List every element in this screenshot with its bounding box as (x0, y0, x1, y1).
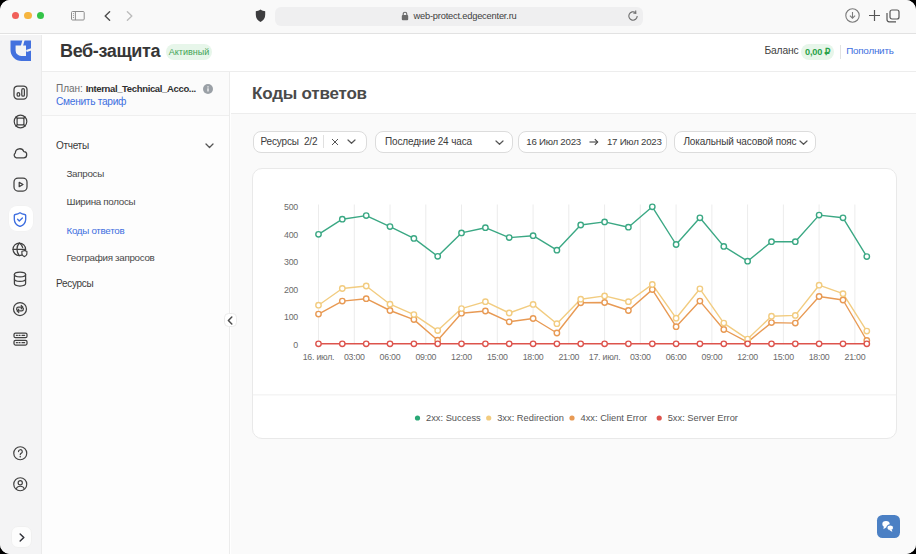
svg-text:16. июл.: 16. июл. (303, 351, 335, 361)
svg-text:5xx: Server Error: 5xx: Server Error (668, 413, 738, 423)
svg-text:06:00: 06:00 (380, 351, 401, 361)
svg-text:2xx: Success: 2xx: Success (426, 413, 481, 423)
svg-text:09:00: 09:00 (702, 351, 723, 361)
svg-text:18:00: 18:00 (523, 351, 544, 361)
svg-text:21:00: 21:00 (558, 351, 579, 361)
svg-text:06:00: 06:00 (666, 351, 687, 361)
svg-text:17. июл.: 17. июл. (589, 351, 621, 361)
svg-text:03:00: 03:00 (344, 351, 365, 361)
svg-text:15:00: 15:00 (487, 351, 508, 361)
svg-text:15:00: 15:00 (773, 351, 794, 361)
svg-text:200: 200 (284, 284, 298, 294)
svg-text:12:00: 12:00 (737, 351, 758, 361)
svg-text:12:00: 12:00 (451, 351, 472, 361)
svg-text:0: 0 (293, 339, 298, 349)
svg-text:03:00: 03:00 (630, 351, 651, 361)
svg-text:100: 100 (284, 312, 298, 322)
svg-text:18:00: 18:00 (809, 351, 830, 361)
svg-text:4xx: Client Error: 4xx: Client Error (581, 413, 648, 423)
svg-text:21:00: 21:00 (845, 351, 866, 361)
svg-text:300: 300 (284, 257, 298, 267)
svg-text:09:00: 09:00 (415, 351, 436, 361)
svg-text:500: 500 (284, 202, 298, 212)
svg-text:3xx: Redirection: 3xx: Redirection (497, 413, 564, 423)
svg-text:400: 400 (284, 229, 298, 239)
